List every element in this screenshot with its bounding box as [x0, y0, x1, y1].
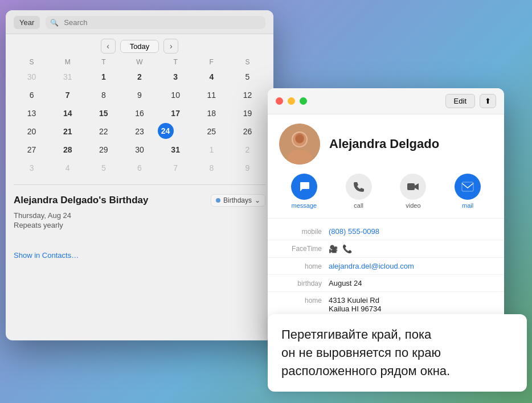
calendar-day[interactable]: 5	[230, 68, 265, 85]
call-icon	[346, 174, 372, 200]
calendar-day[interactable]: 16	[121, 105, 157, 122]
video-button[interactable]: video	[396, 174, 430, 209]
calendar-day[interactable]: 3	[158, 68, 194, 85]
calendar-day[interactable]: 28	[50, 141, 85, 158]
edit-button[interactable]: Edit	[445, 94, 475, 108]
show-contacts-link[interactable]: Show in Contacts…	[14, 251, 79, 260]
address-label: home	[279, 296, 322, 305]
message-label: message	[292, 202, 317, 209]
calendar-day[interactable]: 1	[194, 141, 230, 158]
calendar-day[interactable]: 9	[121, 87, 157, 104]
calendar-day[interactable]: 4	[194, 68, 230, 85]
calendar-day[interactable]: 4	[50, 159, 85, 176]
share-button[interactable]: ⬆	[480, 94, 496, 108]
calendar-day[interactable]: 8	[194, 159, 230, 176]
calendar-day[interactable]: 29	[85, 141, 121, 158]
facetime-audio-icon[interactable]: 📞	[342, 244, 352, 253]
birthday-label: birthday	[279, 279, 322, 287]
calendar-day[interactable]: 18	[194, 105, 230, 122]
tag-chevron: ⌄	[255, 196, 260, 204]
calendar-day[interactable]: 21	[50, 123, 85, 140]
calendar-day[interactable]: 14	[50, 105, 85, 122]
calendar-day[interactable]: 1	[85, 68, 121, 85]
tag-dot	[216, 198, 220, 203]
today-button[interactable]: Today	[120, 40, 159, 53]
day-header-thu: T	[158, 58, 194, 66]
search-input[interactable]	[62, 18, 260, 27]
calendar-day[interactable]: 2	[121, 68, 157, 85]
prev-month-button[interactable]: ‹	[101, 39, 116, 54]
calendar-nav: ‹ Today ›	[6, 34, 273, 56]
mobile-value[interactable]: (808) 555-0098	[329, 227, 493, 236]
mail-icon	[455, 174, 481, 200]
mail-label: mail	[462, 202, 473, 209]
calendar-day[interactable]: 30	[14, 68, 50, 85]
calendar-day[interactable]: 24	[158, 123, 174, 139]
calendar-day[interactable]: 31	[50, 68, 85, 85]
svg-rect-7	[462, 182, 473, 191]
birthday-row: birthday August 24	[268, 275, 504, 292]
svg-rect-6	[407, 183, 415, 190]
calendar-day[interactable]: 12	[230, 87, 265, 104]
calendar-grid: S M T W T F S 30311234567891011121314151…	[6, 56, 273, 182]
message-button[interactable]: message	[287, 174, 321, 209]
calendar-day[interactable]: 19	[230, 105, 265, 122]
calendar-day[interactable]: 10	[158, 87, 194, 104]
calendar-day[interactable]: 25	[194, 123, 230, 140]
call-button[interactable]: call	[342, 174, 376, 209]
minimize-button[interactable]	[288, 97, 295, 105]
day-header-tue: T	[85, 58, 121, 66]
email-row: home alejandra.del@icloud.com	[268, 258, 504, 275]
caption-box: Перетягивайте край, покаон не выровняетс…	[268, 314, 527, 392]
calendar-day[interactable]: 22	[85, 123, 121, 140]
calendar-day[interactable]: 17	[158, 105, 194, 122]
video-label: video	[406, 202, 420, 209]
avatar	[279, 124, 320, 165]
calendar-day[interactable]: 2	[230, 141, 265, 158]
email-value[interactable]: alejandra.del@icloud.com	[329, 262, 493, 270]
calendar-day[interactable]: 6	[14, 87, 50, 104]
calendar-day-headers: S M T W T F S	[14, 56, 265, 68]
day-header-mon: M	[50, 58, 85, 66]
contact-name: Alejandra Delgado	[329, 137, 439, 151]
calendar-day[interactable]: 27	[14, 141, 50, 158]
calendar-day[interactable]: 6	[121, 159, 157, 176]
caption-text: Перетягивайте край, покаон не выровняетс…	[281, 326, 513, 380]
calendar-day[interactable]: 11	[194, 87, 230, 104]
next-month-button[interactable]: ›	[163, 39, 178, 54]
address-value: 4313 Kuulei RdKailua HI 96734	[329, 296, 493, 313]
calendar-day[interactable]: 7	[50, 87, 85, 104]
calendar-day[interactable]: 30	[121, 141, 157, 158]
day-header-sun: S	[14, 58, 50, 66]
facetime-video-icon[interactable]: 🎥	[329, 245, 338, 253]
calendar-day[interactable]: 13	[14, 105, 50, 122]
calendar-day[interactable]: 23	[121, 123, 157, 140]
close-button[interactable]	[276, 97, 283, 105]
calendar-day[interactable]: 31	[158, 141, 194, 158]
calendar-day[interactable]: 9	[230, 159, 265, 176]
video-icon	[400, 174, 426, 200]
svg-point-5	[296, 135, 304, 143]
calendar-day[interactable]: 5	[85, 159, 121, 176]
event-title: Alejandra Delgado's Birthday	[14, 195, 148, 206]
divider	[14, 184, 265, 185]
event-tag-label: Birthdays	[223, 196, 252, 204]
event-repeat: Repeats yearly	[14, 221, 265, 229]
mobile-row: mobile (808) 555-0098	[268, 223, 504, 240]
calendar-day[interactable]: 8	[85, 87, 121, 104]
contact-details: mobile (808) 555-0098 FaceTime 🎥 📞 home …	[268, 219, 504, 322]
calendar-titlebar: Year 🔍	[6, 10, 273, 34]
calendar-day[interactable]: 26	[230, 123, 265, 140]
contact-window: Edit ⬆ Alejandra Delgado message	[268, 88, 504, 344]
calendar-day[interactable]: 20	[14, 123, 50, 140]
calendar-day[interactable]: 15	[85, 105, 121, 122]
action-buttons: message call video mail	[268, 171, 504, 219]
year-button[interactable]: Year	[14, 16, 40, 29]
maximize-button[interactable]	[300, 97, 307, 105]
calendar-day[interactable]: 3	[14, 159, 50, 176]
calendar-day[interactable]: 7	[158, 159, 194, 176]
event-date: Thursday, Aug 24	[14, 211, 265, 220]
mail-button[interactable]: mail	[451, 174, 485, 209]
facetime-icons: 🎥 📞	[329, 244, 493, 253]
calendar-body: 3031123456789101112131415161718192021222…	[14, 68, 265, 176]
